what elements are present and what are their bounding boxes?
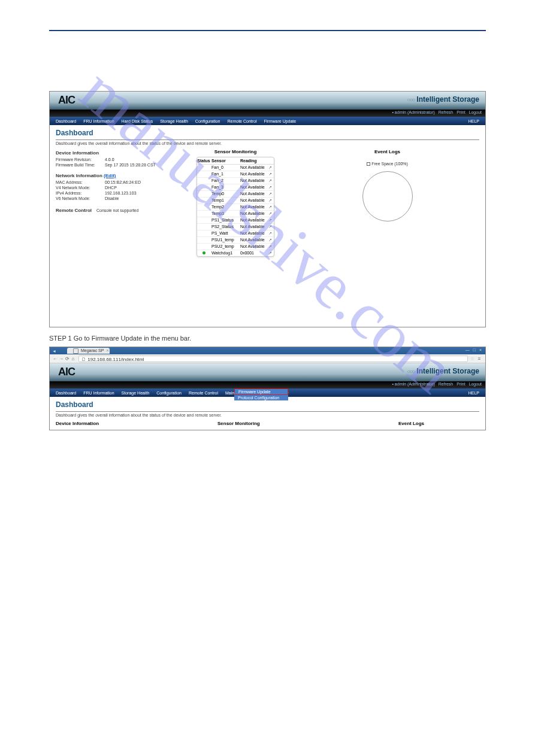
refresh-link[interactable]: Refresh [439, 110, 454, 114]
app-header: AIC ○○○Intelligent Storage [50, 92, 485, 110]
sensor-table-head: Status Sensor Reading [197, 157, 274, 165]
magnify-icon[interactable]: ↗ [267, 172, 274, 177]
sensor-row[interactable]: PS_WattNot Available↗ [197, 230, 274, 237]
eventlogs-heading: Event Logs [295, 149, 479, 154]
logout-link[interactable]: Logout [469, 382, 482, 386]
menu-item-fru[interactable]: FRU Information [80, 119, 117, 123]
sensor-row[interactable]: PSU2_tempNot Available↗ [197, 244, 274, 250]
mac-row: MAC Address:00:15:B2:A6:24:ED [56, 180, 176, 184]
sensor-heading: Sensor Monitoring [182, 149, 289, 154]
sensor-row[interactable]: Temp3Not Available↗ [197, 211, 274, 217]
nav-fwd-icon[interactable]: → [58, 356, 64, 362]
sensor-row[interactable]: Temp0Not Available↗ [197, 191, 274, 198]
menu-item-config[interactable]: Configuration [192, 119, 224, 123]
sensor-row[interactable]: PSU1_tempNot Available↗ [197, 237, 274, 244]
browser-address-bar: ← → ⟳ ⌂ 🗋 192.168.68.111/index.html ☆ ≡ [50, 354, 485, 363]
menu-item-help[interactable]: HELP [465, 391, 483, 395]
tagline-icon: ○○○ [407, 96, 414, 103]
sensor-row[interactable]: Temp1Not Available↗ [197, 198, 274, 204]
bookmark-icon[interactable]: ☆ [470, 356, 474, 362]
dropdown-firmware-update[interactable]: Firmware Update [234, 388, 288, 395]
user-role: (Administrator) [407, 110, 435, 114]
firmware-dropdown: Firmware Update Protocol Configuration [234, 388, 288, 400]
menu-item-dashboard[interactable]: Dashboard [52, 391, 80, 395]
sensor-row[interactable]: Fan_2Not Available↗ [197, 178, 274, 184]
magnify-icon[interactable]: ↗ [267, 218, 274, 223]
logout-link[interactable]: Logout [469, 110, 482, 114]
user-bar: • admin (Administrator) Refresh Print Lo… [50, 110, 485, 117]
tab-close-icon[interactable]: × [106, 348, 108, 354]
sensor-row[interactable]: Fan_3Not Available↗ [197, 184, 274, 191]
magnify-icon[interactable]: ↗ [267, 224, 274, 229]
tagline-icon: ○○○ [407, 368, 414, 375]
fw-revision-row: Firmware Revision:4.0.0 [56, 157, 176, 162]
magnify-icon[interactable]: ↗ [267, 198, 274, 203]
menu-item-help[interactable]: HELP [465, 119, 483, 123]
sensor-row[interactable]: Fan_1Not Available↗ [197, 171, 274, 178]
page-title: Dashboard [56, 400, 479, 409]
remote-control-heading: Remote Control [56, 208, 92, 213]
nav-back-icon[interactable]: ← [52, 356, 58, 362]
sensor-row[interactable]: PS2_StatusNot Available↗ [197, 224, 274, 230]
v6mode-row: V6 Network Mode:Disable [56, 196, 176, 201]
window-controls[interactable]: — □ × [466, 348, 483, 352]
magnify-icon[interactable]: ↗ [267, 231, 274, 236]
screenshot-dashboard: AIC ○○○Intelligent Storage • admin (Admi… [49, 91, 486, 327]
magnify-icon[interactable]: ↗ [267, 238, 274, 242]
screenshot-firmware-menu: ◄ Megarac SP× — □ × ← → ⟳ ⌂ 🗋 192.168.68… [49, 347, 486, 430]
title-rule [56, 139, 479, 140]
step1-text: STEP 1 Go to Firmware Update in the menu… [49, 335, 486, 342]
sensor-row[interactable]: PS1_StatusNot Available↗ [197, 217, 274, 224]
menu-item-dashboard[interactable]: Dashboard [52, 119, 80, 123]
refresh-link[interactable]: Refresh [439, 382, 454, 386]
menu-item-remote[interactable]: Remote Control [185, 391, 222, 395]
menu-item-storage[interactable]: Storage Health [156, 119, 192, 123]
browser-title-bar: ◄ Megarac SP× — □ × [50, 347, 485, 354]
logo: AIC [58, 94, 75, 107]
magnify-icon[interactable]: ↗ [267, 185, 274, 190]
app-header: AIC ○○○Intelligent Storage [50, 363, 485, 381]
magnify-icon[interactable]: ↗ [267, 244, 274, 249]
sensor-row[interactable]: Temp2Not Available↗ [197, 204, 274, 211]
menu-item-fru[interactable]: FRU Information [80, 391, 117, 395]
device-info-heading: Device Information [56, 150, 176, 156]
sensor-table: Status Sensor Reading Fan_0Not Available… [197, 157, 274, 257]
browser-menu-icon[interactable]: ≡ [476, 356, 483, 362]
remote-control-value: Console not supported [96, 208, 138, 212]
v4mode-row: V4 Network Mode:DHCP [56, 186, 176, 190]
menu-item-hdd[interactable]: Hard Disk Status [118, 119, 157, 123]
network-info-heading: Network Information (Edit) [56, 173, 176, 178]
page-subtitle: Dashboard gives the overall information … [56, 413, 479, 417]
section-event-logs: Event Logs [343, 421, 479, 426]
print-link[interactable]: Print [457, 110, 465, 114]
title-rule [56, 411, 479, 412]
magnify-icon[interactable]: ↗ [267, 192, 274, 196]
nav-home-icon[interactable]: ⌂ [70, 356, 76, 362]
magnify-icon[interactable]: ↗ [267, 178, 274, 183]
menu-item-storage[interactable]: Storage Health [118, 391, 153, 395]
magnify-icon[interactable]: ↗ [267, 205, 274, 210]
menu-item-remote[interactable]: Remote Control [223, 119, 260, 123]
dropdown-protocol-config[interactable]: Protocol Configuration [234, 395, 288, 400]
section-device-info: Device Information [56, 421, 211, 426]
user-role: (Administrator) [407, 382, 435, 386]
tagline: ○○○Intelligent Storage [407, 367, 479, 375]
sensor-row[interactable]: Fan_0Not Available↗ [197, 165, 274, 171]
print-link[interactable]: Print [457, 382, 465, 386]
magnify-icon[interactable]: ↗ [267, 251, 274, 256]
user-bar: • admin (Administrator) Refresh Print Lo… [50, 381, 485, 388]
section-sensor-monitoring: Sensor Monitoring [217, 421, 337, 426]
sensor-row[interactable]: Watchdog10x0001↗ [197, 250, 274, 256]
url-input[interactable]: 🗋 192.168.68.111/index.html [78, 356, 468, 362]
menu-item-config[interactable]: Configuration [153, 391, 185, 395]
magnify-icon[interactable]: ↗ [267, 165, 274, 170]
nav-reload-icon[interactable]: ⟳ [64, 356, 70, 362]
edit-link[interactable]: (Edit) [104, 173, 116, 178]
logo: AIC [58, 366, 75, 378]
browser-back-icon[interactable]: ◄ [52, 349, 56, 353]
browser-tab[interactable]: Megarac SP× [67, 348, 110, 354]
eventlogs-pie [362, 171, 413, 221]
menu-item-fwupdate[interactable]: Firmware Update [261, 119, 300, 123]
user-name: • admin [392, 382, 406, 386]
magnify-icon[interactable]: ↗ [267, 211, 274, 216]
